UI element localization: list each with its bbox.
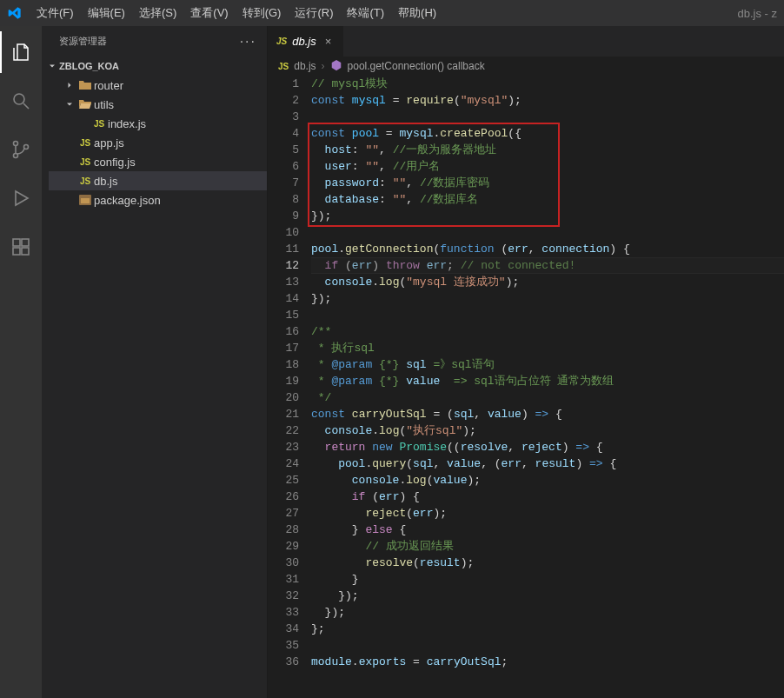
tree-file-config[interactable]: JS config.js bbox=[49, 152, 267, 171]
folder-open-icon bbox=[76, 97, 94, 111]
code-content[interactable]: // mysql模块const mysql = require("mysql")… bbox=[311, 76, 784, 698]
code-editor[interactable]: 1234567891011121314151617181920212223242… bbox=[268, 76, 784, 698]
menu-file[interactable]: 文件(F) bbox=[30, 0, 81, 26]
menu-help[interactable]: 帮助(H) bbox=[391, 0, 443, 26]
menubar: 文件(F) 编辑(E) 选择(S) 查看(V) 转到(G) 运行(R) 终端(T… bbox=[0, 0, 784, 26]
tree-file-db[interactable]: JS db.js bbox=[49, 171, 267, 190]
breadcrumb-file[interactable]: db.js bbox=[294, 60, 316, 72]
tree-item-label: db.js bbox=[94, 175, 117, 188]
svg-point-0 bbox=[14, 94, 24, 104]
tree-folder-router[interactable]: router bbox=[49, 76, 267, 95]
js-file-icon: JS bbox=[278, 60, 289, 72]
line-gutter: 1234567891011121314151617181920212223242… bbox=[268, 76, 311, 698]
tree-item-label: app.js bbox=[94, 136, 124, 150]
tree-file-package[interactable]: package.json bbox=[49, 190, 267, 209]
activity-bar bbox=[0, 26, 42, 698]
svg-rect-5 bbox=[22, 239, 29, 246]
js-file-icon: JS bbox=[90, 119, 108, 129]
folder-root-label: ZBLOG_KOA bbox=[59, 61, 119, 71]
folder-root[interactable]: ZBLOG_KOA bbox=[45, 57, 267, 76]
method-icon bbox=[330, 59, 342, 74]
activity-explorer[interactable] bbox=[0, 31, 42, 73]
chevron-right-icon: › bbox=[322, 60, 325, 72]
tree-item-label: utils bbox=[94, 98, 114, 111]
tab-db[interactable]: JS db.js × bbox=[268, 26, 344, 57]
tree-item-label: package.json bbox=[94, 194, 161, 207]
activity-extensions[interactable] bbox=[0, 226, 42, 268]
menu-select[interactable]: 选择(S) bbox=[132, 0, 183, 26]
svg-point-1 bbox=[14, 142, 18, 146]
activity-source-control[interactable] bbox=[0, 129, 42, 170]
tree-item-label: config.js bbox=[94, 156, 136, 169]
js-file-icon: JS bbox=[76, 157, 94, 167]
svg-point-3 bbox=[24, 145, 29, 150]
svg-rect-6 bbox=[13, 248, 20, 255]
vscode-logo-icon bbox=[0, 6, 30, 20]
tab-label: db.js bbox=[292, 35, 316, 48]
sidebar-header: 资源管理器 ··· bbox=[42, 26, 267, 57]
activity-search[interactable] bbox=[0, 80, 42, 122]
window-title: db.js - z bbox=[730, 7, 784, 20]
sidebar: 资源管理器 ··· ZBLOG_KOA router bbox=[42, 26, 268, 698]
chevron-right-icon bbox=[63, 80, 76, 90]
editor-area: JS db.js × JS db.js › pool.getConnection… bbox=[268, 26, 784, 698]
activity-run-debug[interactable] bbox=[0, 177, 42, 219]
svg-point-2 bbox=[14, 154, 18, 158]
svg-rect-4 bbox=[13, 239, 20, 246]
breadcrumb-symbol[interactable]: pool.getConnection() callback bbox=[348, 60, 485, 72]
close-icon[interactable]: × bbox=[322, 35, 336, 48]
menu-run[interactable]: 运行(R) bbox=[288, 0, 340, 26]
tree-item-label: index.js bbox=[108, 117, 146, 130]
js-file-icon: JS bbox=[276, 37, 287, 46]
chevron-down-icon bbox=[63, 99, 76, 110]
file-tree: router utils JS index.js JS bbox=[45, 76, 267, 209]
menu-view[interactable]: 查看(V) bbox=[183, 0, 235, 26]
chevron-down-icon bbox=[45, 61, 59, 71]
tree-file-app[interactable]: JS app.js bbox=[49, 133, 267, 152]
menu-goto[interactable]: 转到(G) bbox=[236, 0, 289, 26]
editor-tabs: JS db.js × bbox=[268, 26, 784, 57]
js-file-icon: JS bbox=[76, 138, 94, 148]
tree-item-label: router bbox=[94, 79, 123, 92]
breadcrumbs[interactable]: JS db.js › pool.getConnection() callback bbox=[268, 57, 784, 76]
tree-folder-utils[interactable]: utils bbox=[49, 95, 267, 114]
explorer-title: 资源管理器 bbox=[59, 35, 240, 48]
js-file-icon: JS bbox=[76, 176, 94, 186]
tree-file-index[interactable]: JS index.js bbox=[49, 114, 267, 133]
menu-edit[interactable]: 编辑(E) bbox=[81, 0, 132, 26]
svg-rect-7 bbox=[22, 248, 29, 255]
menu-terminal[interactable]: 终端(T) bbox=[340, 0, 391, 26]
more-actions-icon[interactable]: ··· bbox=[240, 34, 256, 50]
json-file-icon bbox=[76, 193, 94, 207]
folder-icon bbox=[76, 78, 94, 92]
